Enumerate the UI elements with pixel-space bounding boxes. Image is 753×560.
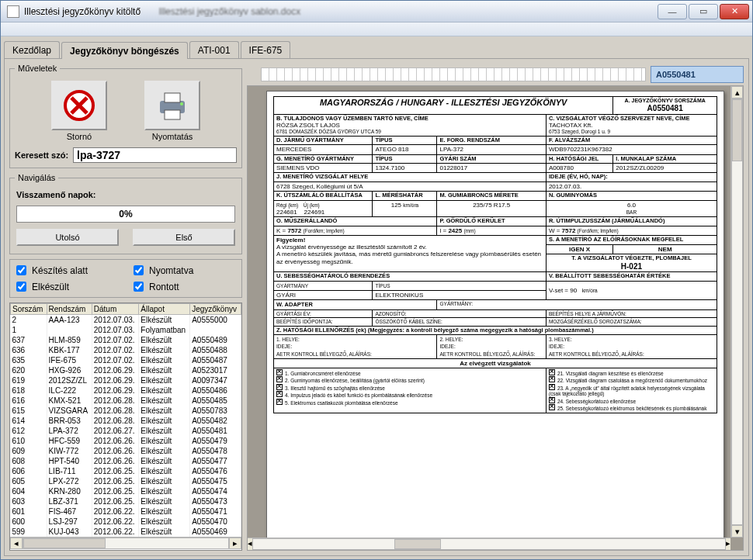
filter-broken[interactable]: Rontott (130, 279, 238, 294)
grid-hscroll[interactable]: ◂ ▸ (10, 537, 241, 549)
window-title: Illesztési jegyzőkönyv kitöltő Illesztés… (24, 6, 658, 17)
table-row[interactable]: 616KMX-5212012.06.28.ElkészültA0550485 (11, 396, 241, 406)
printer-icon (154, 87, 191, 124)
grid-header[interactable]: Dátum (92, 304, 139, 315)
app-icon (7, 5, 19, 18)
titlebar: Illesztési jegyzőkönyv kitöltő Illesztés… (1, 1, 752, 22)
table-row[interactable]: 601FIS-4672012.06.22.ElkészültA0550471 (11, 506, 241, 517)
cancel-icon (61, 87, 98, 124)
first-button[interactable]: Első (133, 229, 235, 246)
table-row[interactable]: 610HFC-5592012.06.26.ElkészültA0550479 (11, 436, 241, 446)
print-label: Nyomtatás (152, 132, 193, 141)
main-tabs: Kezdőlap Jegyzőkönyv böngészés ATI-001 I… (4, 40, 749, 58)
filter-printed[interactable]: Nyomtatva (130, 263, 238, 278)
filter-making[interactable]: Készítés alatt (13, 263, 121, 278)
table-row[interactable]: 600LSJ-2972012.06.22.ElkészültA0550470 (11, 517, 241, 527)
svg-point-4 (180, 102, 183, 105)
print-button[interactable] (144, 81, 200, 130)
storno-button[interactable] (51, 81, 107, 130)
filter-checks: Készítés alatt Nyomtatva Elkészült Ronto… (9, 259, 242, 298)
table-row[interactable]: 12012.07.03.Folyamatban (11, 325, 241, 335)
ops-group-title: Műveletek (15, 64, 60, 73)
table-row[interactable]: 603LBZ-3712012.06.25.ElkészültA0550473 (11, 496, 241, 506)
table-row[interactable]: 637HLM-8592012.07.02.ElkészültA0550489 (11, 335, 241, 345)
grid-header[interactable]: Jegyzőkönyv (190, 304, 241, 315)
nav-days-label: Visszamenő napok: (16, 190, 235, 199)
search-input[interactable] (73, 147, 237, 163)
records-grid[interactable]: SorszámRendszámDátumÁllapotJegyzőkönyv 2… (9, 302, 242, 551)
tab-browse[interactable]: Jegyzőkönyv böngészés (61, 42, 188, 59)
progress-text: 0% (119, 209, 132, 220)
document-preview[interactable]: MAGYARORSZÁG / HUNGARY - ILLESZTÉSI JEGY… (247, 85, 744, 551)
table-row[interactable]: 620HXG-9262012.06.29.ElkészültA0523017 (11, 365, 241, 375)
last-button[interactable]: Utolsó (16, 229, 119, 246)
scroll-right-icon[interactable]: ▸ (229, 538, 241, 549)
table-row[interactable]: 609KIW-7722012.06.26.ElkészültA0550478 (11, 446, 241, 456)
scroll-right-icon[interactable]: ▸ (726, 538, 730, 550)
filter-done[interactable]: Elkészült (13, 279, 121, 294)
table-row[interactable]: 636KBK-1772012.07.02.ElkészültA0550488 (11, 345, 241, 355)
maximize-button[interactable]: ▭ (689, 4, 718, 19)
scroll-down-icon[interactable]: ▾ (731, 525, 743, 538)
tab-ife[interactable]: IFE-675 (241, 41, 291, 58)
minimize-button[interactable]: — (658, 4, 687, 19)
storno-label: Stornó (67, 132, 92, 141)
app-window: Illesztési jegyzőkönyv kitöltő Illesztés… (0, 0, 753, 560)
grid-header[interactable]: Sorszám (11, 304, 47, 315)
scroll-left-icon[interactable]: ◂ (10, 538, 23, 549)
doc-vscroll[interactable]: ▴ ▾ (730, 86, 743, 538)
horizontal-ruler (261, 67, 646, 81)
table-row[interactable]: 599KUJ-0432012.06.22.ElkészültA0550469 (11, 527, 241, 537)
doc-hscroll[interactable]: ◂ ▸ (248, 538, 730, 550)
svg-rect-2 (165, 93, 180, 102)
table-row[interactable]: 604KRN-2802012.06.25.ElkészültA0550474 (11, 486, 241, 496)
scroll-up-icon[interactable]: ▴ (731, 86, 743, 99)
table-row[interactable]: 606LIB-7112012.06.25.ElkészültA0550476 (11, 466, 241, 476)
report-page: MAGYARORSZÁG / HUNGARY - ILLESZTÉSI JEGY… (266, 91, 724, 545)
doc-main-title: MAGYARORSZÁG / HUNGARY - ILLESZTÉSI JEGY… (274, 97, 613, 115)
progress-bar: 0% (16, 206, 235, 223)
nav-group-title: Navigálás (15, 173, 58, 182)
tab-ati[interactable]: ATI-001 (189, 41, 239, 58)
table-row[interactable]: 614BRR-0532012.06.28.ElkészültA0550482 (11, 416, 241, 426)
table-row[interactable]: 608HPT-5402012.06.26.ElkészültA0550477 (11, 456, 241, 466)
grid-header[interactable]: Állapot (139, 304, 190, 315)
tab-home[interactable]: Kezdőlap (4, 41, 60, 58)
table-row[interactable]: 612LPA-3722012.06.27.ElkészültA0550481 (11, 426, 241, 436)
nav-group: Navigálás Visszamenő napok: 0% Utolsó El… (9, 173, 242, 254)
grid-header[interactable]: Rendszám (47, 304, 92, 315)
table-row[interactable]: 618ILC-2222012.06.29.ElkészültA0550486 (11, 385, 241, 396)
svg-rect-3 (165, 110, 180, 119)
search-label: Keresett szó: (15, 150, 68, 160)
doc-id-field[interactable]: A0550481 (651, 66, 744, 83)
ops-group: Műveletek Stornó (9, 64, 242, 168)
table-row[interactable]: 615VIZSGARA2012.06.28.ElkészültA0550783 (11, 406, 241, 416)
table-row[interactable]: 605LPX-2722012.06.25.ElkészültA0550475 (11, 476, 241, 486)
ribbon-strip (1, 22, 752, 36)
close-button[interactable]: ✕ (720, 4, 749, 19)
table-row[interactable]: 6192012SZ/ZL2012.06.29.ElkészültA0097347 (11, 375, 241, 385)
table-row[interactable]: 2AAA-1232012.07.03.ElkészültA0555000 (11, 315, 241, 325)
table-row[interactable]: 635IFE-6752012.07.02.ElkészültA0550487 (11, 355, 241, 365)
